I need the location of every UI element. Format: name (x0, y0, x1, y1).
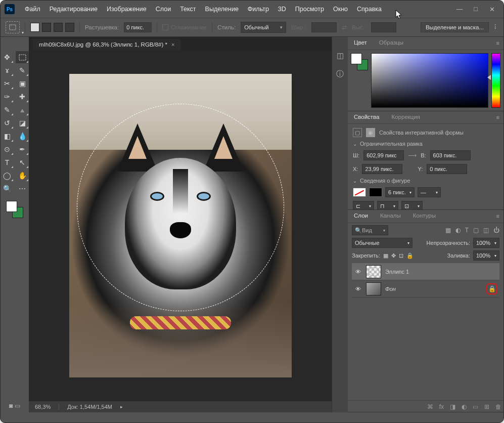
layer-thumbnail[interactable] (366, 265, 381, 278)
tab-swatches[interactable]: Образцы (373, 37, 409, 50)
lasso-tool[interactable]: ɤ (1, 64, 14, 76)
select-and-mask-button[interactable]: Выделение и маска... (421, 22, 489, 32)
pen-tool[interactable]: ✒ (16, 143, 29, 155)
gradient-tool[interactable]: ◧ (1, 130, 14, 142)
menu-file[interactable]: Файл (21, 4, 44, 15)
selection-add-icon[interactable] (42, 23, 51, 32)
menu-3d[interactable]: 3D (274, 4, 290, 15)
screenmode-icon[interactable]: ▭ (15, 402, 20, 409)
new-group-icon[interactable]: ▭ (473, 403, 478, 410)
layer-name[interactable]: Эллипс 1 (385, 269, 409, 275)
selection-subtract-icon[interactable] (54, 23, 63, 32)
quickmask-icon[interactable]: ◙ (9, 402, 13, 409)
fill-none-swatch[interactable] (353, 188, 366, 197)
layer-item-ellipse[interactable]: 👁 Эллипс 1 (352, 263, 499, 280)
info-panel-icon[interactable]: ⓘ (336, 69, 344, 79)
zoom-value[interactable]: 68,3% (35, 404, 51, 410)
type-tool[interactable]: T (1, 156, 14, 168)
minimize-button[interactable]: — (456, 6, 463, 13)
dodge-tool[interactable]: ⊙ (1, 143, 14, 155)
menu-text[interactable]: Текст (176, 4, 200, 15)
tab-paths[interactable]: Контуры (407, 210, 442, 223)
close-tab-icon[interactable]: × (171, 41, 174, 48)
visibility-toggle-icon[interactable]: 👁 (354, 269, 362, 275)
menu-select[interactable]: Выделение (201, 4, 243, 15)
history-panel-icon[interactable]: ◫ (337, 51, 344, 60)
join-dropdown[interactable]: ⊓ (377, 201, 398, 210)
stroke-style-dropdown[interactable]: — (418, 187, 441, 197)
menu-view[interactable]: Просмотр (291, 4, 328, 15)
filter-type-icon[interactable]: T (465, 227, 469, 234)
move-tool[interactable]: ✥ (1, 51, 14, 63)
opacity-dropdown[interactable]: 100% (473, 238, 499, 248)
edit-toolbar[interactable]: ⋯ (16, 183, 29, 195)
frame-tool[interactable]: ▣ (16, 77, 29, 90)
lock-pixels-icon[interactable]: ▦ (383, 252, 388, 259)
link-layers-icon[interactable]: ⌘ (427, 403, 433, 410)
document-tab[interactable]: mIh09iC8x6U.jpg @ 68,3% (Эллипс 1, RGB/8… (33, 39, 180, 50)
hue-slider[interactable] (491, 53, 500, 108)
link-wh-icon[interactable]: ⟶ (408, 152, 417, 159)
tab-properties[interactable]: Свойства (348, 111, 386, 123)
menu-image[interactable]: Изображение (103, 4, 151, 15)
current-tool-icon[interactable] (6, 21, 20, 33)
height-field[interactable] (430, 150, 471, 160)
saturation-value-field[interactable] (371, 53, 488, 108)
tab-color[interactable]: Цвет (348, 37, 373, 50)
lock-icon[interactable]: 🔒 (486, 283, 497, 294)
panel-menu-icon[interactable]: ≡ (492, 37, 503, 50)
color-picker[interactable] (348, 50, 503, 111)
bounding-box-section[interactable]: Ограничительная рамка (353, 141, 498, 147)
tab-channels[interactable]: Каналы (374, 210, 407, 223)
stroke-width-dropdown[interactable]: 6 пикс. (385, 187, 415, 197)
cap-dropdown[interactable]: ⊏ (353, 201, 374, 210)
clone-stamp-tool[interactable]: ⟁ (16, 104, 29, 116)
menu-help[interactable]: Справка (353, 4, 386, 15)
maximize-button[interactable]: □ (472, 6, 479, 13)
menu-window[interactable]: Окно (329, 4, 352, 15)
filter-smart-icon[interactable]: ◫ (483, 227, 489, 234)
eraser-tool[interactable]: ◪ (16, 117, 29, 129)
filter-adjust-icon[interactable]: ◐ (455, 227, 461, 234)
lock-all-icon[interactable]: 🔒 (406, 252, 414, 259)
y-field[interactable] (427, 164, 467, 174)
layer-fx-icon[interactable]: fx (439, 403, 444, 410)
blur-tool[interactable]: 💧 (16, 130, 29, 142)
blend-mode-dropdown[interactable]: Обычные (352, 238, 413, 248)
lock-artboard-icon[interactable]: ⊡ (399, 252, 403, 259)
layer-name[interactable]: Фон (385, 286, 396, 292)
hand-tool[interactable]: ✋ (16, 170, 29, 182)
delete-layer-icon[interactable]: 🗑 (495, 403, 501, 410)
options-overflow-icon[interactable]: ⠇ (494, 24, 498, 31)
filter-toggle-icon[interactable]: ⏻ (493, 227, 499, 234)
fill-dropdown[interactable]: 100% (473, 250, 499, 261)
foreground-background-colors[interactable] (6, 201, 23, 218)
doc-size-info[interactable]: Док: 1,54M/1,54M (67, 404, 112, 410)
stroke-color-swatch[interactable] (369, 188, 382, 197)
history-brush-tool[interactable]: ↺ (1, 117, 14, 129)
healing-brush-tool[interactable]: ✚ (16, 91, 29, 103)
menu-layers[interactable]: Слои (152, 4, 175, 15)
layer-filter-dropdown[interactable]: 🔍 Вид ▾ (352, 225, 388, 235)
shape-details-section[interactable]: Сведения о фигуре (353, 178, 498, 184)
picker-swatches[interactable] (351, 53, 368, 70)
new-adjustment-icon[interactable]: ◐ (462, 403, 467, 410)
tab-layers[interactable]: Слои (348, 210, 374, 223)
layer-item-background[interactable]: 👁 Фон 🔒 (352, 280, 499, 298)
filter-pixel-icon[interactable]: ▦ (445, 227, 451, 234)
new-layer-icon[interactable]: ⊞ (484, 403, 489, 410)
menu-filter[interactable]: Фильтр (244, 4, 273, 15)
layer-thumbnail[interactable] (366, 282, 381, 295)
width-field[interactable] (363, 150, 404, 160)
x-field[interactable] (362, 164, 402, 174)
filter-shape-icon[interactable]: ▢ (473, 227, 479, 234)
path-select-tool[interactable]: ↖ (16, 156, 29, 168)
style-dropdown[interactable]: Обычный (241, 22, 286, 33)
lock-position-icon[interactable]: ✥ (391, 252, 396, 259)
brush-tool[interactable]: ✎ (1, 104, 14, 116)
align-dropdown[interactable]: ⊡ (401, 201, 423, 210)
quick-select-tool[interactable]: ✎ (16, 64, 29, 76)
selection-intersect-icon[interactable] (65, 23, 74, 32)
panel-menu-icon[interactable]: ≡ (492, 111, 503, 123)
panel-menu-icon[interactable]: ≡ (492, 210, 503, 223)
